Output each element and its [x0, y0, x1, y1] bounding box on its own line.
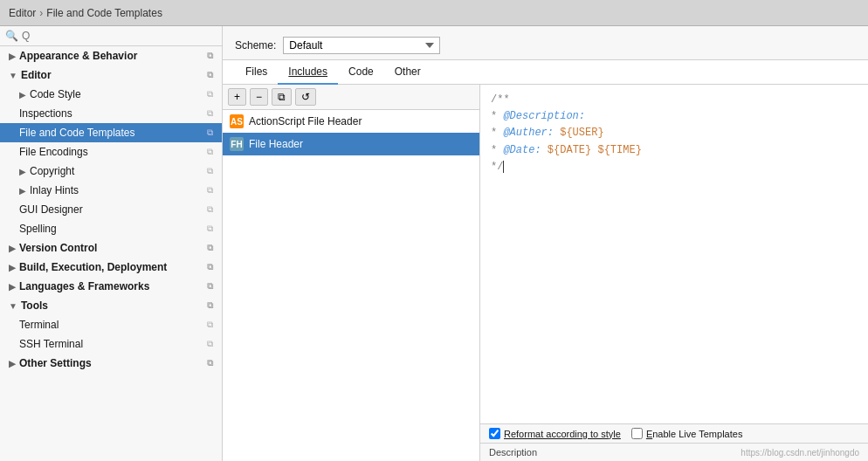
reformat-checkbox[interactable]: [489, 428, 500, 439]
main-layout: 🔍 ▶Appearance & Behavior⧉▼Editor⧉▶Code S…: [0, 26, 868, 461]
sidebar-item-label: File and Code Templates: [19, 127, 135, 139]
sidebar-item-label: Build, Execution, Deployment: [19, 261, 167, 273]
sidebar-item-label: SSH Terminal: [19, 338, 83, 350]
breadcrumb-page: File and Code Templates: [46, 7, 162, 19]
sidebar-item-ssh-terminal[interactable]: SSH Terminal⧉: [0, 334, 222, 354]
template-icon: AS: [230, 114, 244, 128]
code-footer: Reformat according to style Enable Live …: [480, 423, 868, 443]
copy-icon: ⧉: [207, 108, 213, 119]
add-button[interactable]: +: [228, 88, 246, 106]
arrow-icon: ▶: [9, 359, 16, 368]
sidebar-item-inspections[interactable]: Inspections⧉: [0, 104, 222, 123]
arrow-icon: ▶: [19, 186, 26, 196]
copy-icon: ⧉: [207, 147, 213, 157]
arrow-icon: ▶: [19, 90, 26, 100]
scheme-label: Scheme:: [235, 39, 276, 52]
sidebar-item-other-settings[interactable]: ▶Other Settings⧉: [0, 354, 222, 373]
sidebar-item-file-encodings[interactable]: File Encodings⧉: [0, 142, 222, 162]
sidebar-item-copyright[interactable]: ▶Copyright⧉: [0, 162, 222, 181]
sidebar-item-terminal[interactable]: Terminal⧉: [0, 315, 222, 334]
sidebar-item-version-control[interactable]: ▶Version Control⧉: [0, 238, 222, 258]
reformat-label[interactable]: Reformat according to style: [489, 428, 621, 439]
sidebar-item-label: Code Style: [30, 88, 81, 100]
sidebar-item-appearance[interactable]: ▶Appearance & Behavior⧉: [0, 46, 222, 65]
top-bar: Editor › File and Code Templates: [0, 0, 868, 26]
search-box[interactable]: 🔍: [0, 26, 222, 46]
sidebar-item-tools[interactable]: ▼Tools⧉: [0, 296, 222, 315]
arrow-icon: ▼: [9, 301, 17, 311]
watermark: https://blog.csdn.net/jinhongdo: [741, 448, 859, 458]
copy-button[interactable]: ⧉: [272, 88, 292, 106]
sidebar-item-inlay-hints[interactable]: ▶Inlay Hints⧉: [0, 181, 222, 200]
sidebar-item-label: File Encodings: [19, 146, 88, 158]
sidebar-item-label: Version Control: [19, 242, 97, 254]
code-area[interactable]: /** * @Description: * @Auther: ${USER} *…: [480, 85, 868, 423]
description-bar: Description https://blog.csdn.net/jinhon…: [480, 443, 868, 461]
sidebar: 🔍 ▶Appearance & Behavior⧉▼Editor⧉▶Code S…: [0, 26, 223, 461]
arrow-icon: ▶: [9, 263, 16, 272]
tab-other[interactable]: Other: [384, 60, 431, 85]
sidebar-item-gui-designer[interactable]: GUI Designer⧉: [0, 200, 222, 219]
copy-icon: ⧉: [207, 127, 213, 138]
sidebar-item-editor[interactable]: ▼Editor⧉: [0, 65, 222, 85]
sidebar-item-code-style[interactable]: ▶Code Style⧉: [0, 85, 222, 104]
sidebar-item-label: Appearance & Behavior: [19, 50, 137, 62]
scheme-select[interactable]: Default: [283, 37, 440, 54]
live-templates-label[interactable]: Enable Live Templates: [631, 428, 743, 439]
sidebar-item-languages-frameworks[interactable]: ▶Languages & Frameworks⧉: [0, 277, 222, 296]
sidebar-item-label: Copyright: [30, 165, 74, 177]
search-input[interactable]: [22, 30, 217, 42]
sidebar-item-spelling[interactable]: Spelling⧉: [0, 219, 222, 238]
sidebar-item-label: Spelling: [19, 223, 57, 235]
template-label: ActionScript File Header: [249, 115, 362, 127]
arrow-icon: ▶: [9, 244, 16, 253]
scheme-row: Scheme: Default: [235, 37, 856, 54]
template-area: + − ⧉ ↺ ASActionScript File HeaderFHFile…: [223, 85, 868, 461]
copy-icon: ⧉: [207, 243, 213, 253]
sidebar-item-file-and-code-templates[interactable]: File and Code Templates⧉: [0, 123, 222, 142]
template-icon: FH: [230, 137, 244, 151]
sidebar-item-label: Languages & Frameworks: [19, 280, 149, 292]
arrow-icon: ▼: [9, 71, 17, 80]
sidebar-item-build-execution[interactable]: ▶Build, Execution, Deployment⧉: [0, 258, 222, 277]
sidebar-item-label: Tools: [21, 299, 48, 312]
template-item-actionscript-header[interactable]: ASActionScript File Header: [223, 110, 479, 133]
copy-icon: ⧉: [207, 70, 213, 80]
copy-icon: ⧉: [207, 262, 213, 272]
copy-icon: ⧉: [207, 358, 213, 368]
sidebar-item-label: Inspections: [19, 107, 72, 120]
copy-icon: ⧉: [207, 224, 213, 234]
sidebar-item-label: Terminal: [19, 319, 59, 331]
tab-includes[interactable]: Includes: [278, 60, 338, 85]
breadcrumb: Editor › File and Code Templates: [9, 7, 162, 19]
live-templates-checkbox[interactable]: [631, 428, 643, 439]
template-label: File Header: [249, 138, 303, 150]
copy-icon: ⧉: [207, 51, 213, 61]
breadcrumb-separator: ›: [39, 7, 43, 19]
sidebar-item-label: Editor: [21, 69, 52, 81]
reset-button[interactable]: ↺: [295, 88, 316, 106]
remove-button[interactable]: −: [250, 88, 268, 106]
copy-icon: ⧉: [207, 339, 213, 349]
sidebar-item-label: Inlay Hints: [30, 184, 79, 196]
copy-icon: ⧉: [207, 166, 213, 176]
search-icon: 🔍: [5, 30, 18, 42]
copy-icon: ⧉: [207, 281, 213, 292]
content-header: Scheme: Default: [223, 26, 868, 60]
copy-icon: ⧉: [207, 320, 213, 330]
tab-files[interactable]: Files: [235, 60, 278, 85]
copy-icon: ⧉: [207, 204, 213, 215]
copy-icon: ⧉: [207, 300, 213, 311]
code-editor: /** * @Description: * @Auther: ${USER} *…: [480, 85, 868, 461]
arrow-icon: ▶: [9, 52, 16, 61]
template-item-file-header[interactable]: FHFile Header: [223, 133, 479, 155]
arrow-icon: ▶: [19, 167, 26, 176]
arrow-icon: ▶: [9, 282, 16, 292]
tabs-bar: Files Includes Code Other: [223, 60, 868, 85]
copy-icon: ⧉: [207, 89, 213, 100]
tab-code[interactable]: Code: [338, 60, 384, 85]
copy-icon: ⧉: [207, 185, 213, 196]
description-label: Description: [489, 447, 537, 458]
content-area: Scheme: Default Files Includes Code Othe…: [223, 26, 868, 461]
sidebar-items: ▶Appearance & Behavior⧉▼Editor⧉▶Code Sty…: [0, 46, 222, 373]
